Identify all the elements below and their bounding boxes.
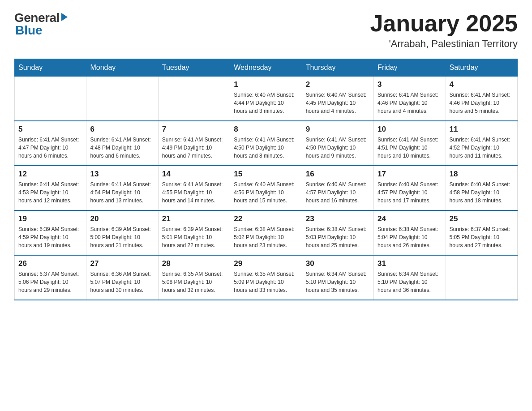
day-info: Sunrise: 6:40 AM Sunset: 4:57 PM Dayligh… <box>306 180 370 205</box>
day-number: 31 <box>378 259 442 268</box>
location-title: 'Arrabah, Palestinian Territory <box>370 38 518 50</box>
day-number: 22 <box>234 214 298 223</box>
calendar-cell: 29Sunrise: 6:35 AM Sunset: 5:09 PM Dayli… <box>230 255 302 300</box>
day-info: Sunrise: 6:39 AM Sunset: 4:59 PM Dayligh… <box>18 225 82 249</box>
calendar-table: SundayMondayTuesdayWednesdayThursdayFrid… <box>14 59 518 300</box>
page-header: General Blue January 2025 'Arrabah, Pale… <box>14 11 518 50</box>
day-info: Sunrise: 6:40 AM Sunset: 4:58 PM Dayligh… <box>450 180 514 205</box>
calendar-cell: 25Sunrise: 6:37 AM Sunset: 5:05 PM Dayli… <box>446 210 517 255</box>
calendar-cell: 6Sunrise: 6:41 AM Sunset: 4:48 PM Daylig… <box>86 121 158 166</box>
day-info: Sunrise: 6:39 AM Sunset: 5:01 PM Dayligh… <box>162 225 226 249</box>
day-info: Sunrise: 6:39 AM Sunset: 5:00 PM Dayligh… <box>90 225 154 249</box>
day-number: 3 <box>378 80 442 89</box>
day-info: Sunrise: 6:38 AM Sunset: 5:04 PM Dayligh… <box>378 225 442 249</box>
month-title: January 2025 <box>370 11 518 36</box>
day-info: Sunrise: 6:41 AM Sunset: 4:55 PM Dayligh… <box>162 180 226 205</box>
day-info: Sunrise: 6:38 AM Sunset: 5:03 PM Dayligh… <box>306 225 370 249</box>
weekday-header-friday: Friday <box>374 59 446 77</box>
calendar-cell: 30Sunrise: 6:34 AM Sunset: 5:10 PM Dayli… <box>302 255 373 300</box>
day-info: Sunrise: 6:41 AM Sunset: 4:48 PM Dayligh… <box>90 136 154 160</box>
day-info: Sunrise: 6:40 AM Sunset: 4:44 PM Dayligh… <box>234 91 298 115</box>
day-number: 29 <box>234 259 298 268</box>
calendar-cell: 15Sunrise: 6:40 AM Sunset: 4:56 PM Dayli… <box>230 166 302 210</box>
day-info: Sunrise: 6:37 AM Sunset: 5:05 PM Dayligh… <box>450 225 514 249</box>
day-info: Sunrise: 6:40 AM Sunset: 4:56 PM Dayligh… <box>234 180 298 205</box>
title-block: January 2025 'Arrabah, Palestinian Terri… <box>370 11 518 50</box>
day-info: Sunrise: 6:41 AM Sunset: 4:47 PM Dayligh… <box>18 136 82 160</box>
day-info: Sunrise: 6:35 AM Sunset: 5:09 PM Dayligh… <box>234 270 298 294</box>
day-info: Sunrise: 6:41 AM Sunset: 4:54 PM Dayligh… <box>90 180 154 205</box>
day-number: 27 <box>90 259 154 268</box>
calendar-cell: 16Sunrise: 6:40 AM Sunset: 4:57 PM Dayli… <box>302 166 373 210</box>
calendar-cell: 11Sunrise: 6:41 AM Sunset: 4:52 PM Dayli… <box>446 121 517 166</box>
day-info: Sunrise: 6:38 AM Sunset: 5:02 PM Dayligh… <box>234 225 298 249</box>
day-number: 16 <box>306 170 370 179</box>
calendar-cell: 1Sunrise: 6:40 AM Sunset: 4:44 PM Daylig… <box>230 77 302 121</box>
day-number: 8 <box>234 125 298 134</box>
day-number: 23 <box>306 214 370 223</box>
day-info: Sunrise: 6:35 AM Sunset: 5:08 PM Dayligh… <box>162 270 226 294</box>
calendar-cell: 26Sunrise: 6:37 AM Sunset: 5:06 PM Dayli… <box>15 255 86 300</box>
day-number: 12 <box>18 170 82 179</box>
weekday-header-tuesday: Tuesday <box>158 59 230 77</box>
day-info: Sunrise: 6:41 AM Sunset: 4:49 PM Dayligh… <box>162 136 226 160</box>
calendar-cell <box>158 77 230 121</box>
calendar-cell: 21Sunrise: 6:39 AM Sunset: 5:01 PM Dayli… <box>158 210 230 255</box>
calendar-cell <box>86 77 158 121</box>
calendar-cell: 19Sunrise: 6:39 AM Sunset: 4:59 PM Dayli… <box>15 210 86 255</box>
calendar-cell: 31Sunrise: 6:34 AM Sunset: 5:10 PM Dayli… <box>374 255 446 300</box>
day-number: 6 <box>90 125 154 134</box>
day-number: 2 <box>306 80 370 89</box>
calendar-cell: 8Sunrise: 6:41 AM Sunset: 4:50 PM Daylig… <box>230 121 302 166</box>
day-info: Sunrise: 6:34 AM Sunset: 5:10 PM Dayligh… <box>306 270 370 294</box>
day-info: Sunrise: 6:41 AM Sunset: 4:53 PM Dayligh… <box>18 180 82 205</box>
day-number: 7 <box>162 125 226 134</box>
weekday-header-sunday: Sunday <box>15 59 86 77</box>
calendar-header-row: SundayMondayTuesdayWednesdayThursdayFrid… <box>15 59 518 77</box>
weekday-header-wednesday: Wednesday <box>230 59 302 77</box>
day-number: 26 <box>18 259 82 268</box>
day-info: Sunrise: 6:37 AM Sunset: 5:06 PM Dayligh… <box>18 270 82 294</box>
calendar-cell: 12Sunrise: 6:41 AM Sunset: 4:53 PM Dayli… <box>15 166 86 210</box>
calendar-cell: 14Sunrise: 6:41 AM Sunset: 4:55 PM Dayli… <box>158 166 230 210</box>
calendar-cell: 27Sunrise: 6:36 AM Sunset: 5:07 PM Dayli… <box>86 255 158 300</box>
day-number: 11 <box>450 125 514 134</box>
logo: General Blue <box>14 11 68 38</box>
day-number: 17 <box>378 170 442 179</box>
day-number: 4 <box>450 80 514 89</box>
day-number: 20 <box>90 214 154 223</box>
calendar-week-row: 26Sunrise: 6:37 AM Sunset: 5:06 PM Dayli… <box>15 255 518 300</box>
calendar-cell: 3Sunrise: 6:41 AM Sunset: 4:46 PM Daylig… <box>374 77 446 121</box>
weekday-header-thursday: Thursday <box>302 59 373 77</box>
day-info: Sunrise: 6:40 AM Sunset: 4:57 PM Dayligh… <box>378 180 442 205</box>
calendar-cell: 23Sunrise: 6:38 AM Sunset: 5:03 PM Dayli… <box>302 210 373 255</box>
day-info: Sunrise: 6:41 AM Sunset: 4:50 PM Dayligh… <box>234 136 298 160</box>
calendar-cell: 7Sunrise: 6:41 AM Sunset: 4:49 PM Daylig… <box>158 121 230 166</box>
day-number: 13 <box>90 170 154 179</box>
logo-triangle-icon <box>61 13 68 21</box>
calendar-cell: 28Sunrise: 6:35 AM Sunset: 5:08 PM Dayli… <box>158 255 230 300</box>
day-number: 25 <box>450 214 514 223</box>
calendar-cell: 9Sunrise: 6:41 AM Sunset: 4:50 PM Daylig… <box>302 121 373 166</box>
calendar-week-row: 12Sunrise: 6:41 AM Sunset: 4:53 PM Dayli… <box>15 166 518 210</box>
day-number: 15 <box>234 170 298 179</box>
calendar-cell <box>15 77 86 121</box>
day-info: Sunrise: 6:41 AM Sunset: 4:51 PM Dayligh… <box>378 136 442 160</box>
calendar-cell <box>446 255 517 300</box>
day-number: 19 <box>18 214 82 223</box>
day-number: 14 <box>162 170 226 179</box>
day-info: Sunrise: 6:34 AM Sunset: 5:10 PM Dayligh… <box>378 270 442 294</box>
day-info: Sunrise: 6:41 AM Sunset: 4:52 PM Dayligh… <box>450 136 514 160</box>
calendar-week-row: 5Sunrise: 6:41 AM Sunset: 4:47 PM Daylig… <box>15 121 518 166</box>
calendar-week-row: 1Sunrise: 6:40 AM Sunset: 4:44 PM Daylig… <box>15 77 518 121</box>
day-number: 30 <box>306 259 370 268</box>
day-info: Sunrise: 6:41 AM Sunset: 4:46 PM Dayligh… <box>378 91 442 115</box>
day-number: 1 <box>234 80 298 89</box>
day-number: 21 <box>162 214 226 223</box>
day-number: 24 <box>378 214 442 223</box>
day-number: 9 <box>306 125 370 134</box>
day-info: Sunrise: 6:41 AM Sunset: 4:46 PM Dayligh… <box>450 91 514 115</box>
day-number: 5 <box>18 125 82 134</box>
day-number: 10 <box>378 125 442 134</box>
calendar-cell: 22Sunrise: 6:38 AM Sunset: 5:02 PM Dayli… <box>230 210 302 255</box>
